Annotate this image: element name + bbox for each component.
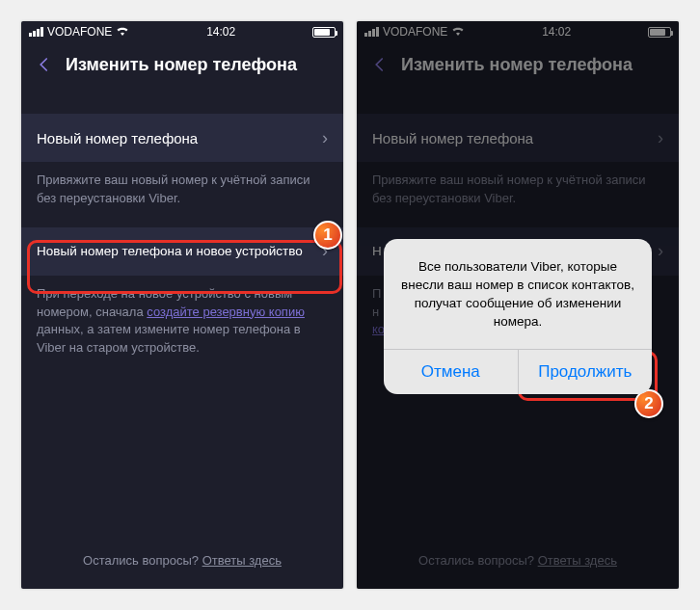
annotation-badge-1: 1 [313, 221, 342, 250]
backup-link[interactable]: создайте резервную копию [147, 305, 305, 319]
back-button[interactable] [33, 53, 56, 76]
option-new-number-device-label: Новый номер телефона и новое устройство [37, 244, 303, 258]
screenshot-left: VODAFONE 14:02 Изменить номер телефона Н… [21, 21, 343, 589]
option-new-number-device-desc: При переходе на новое устройство с новым… [21, 276, 343, 358]
footer-help-link[interactable]: Ответы здесь [202, 553, 282, 568]
option-new-number[interactable]: Новый номер телефона › [21, 114, 343, 162]
continue-button[interactable]: Продолжить [519, 350, 653, 394]
option-new-number-desc: Привяжите ваш новый номер к учётной запи… [21, 162, 343, 208]
carrier-label: VODAFONE [47, 25, 112, 39]
status-bar: VODAFONE 14:02 [21, 21, 343, 42]
chevron-right-icon: › [322, 128, 328, 148]
header: Изменить номер телефона [21, 42, 343, 87]
page-title: Изменить номер телефона [66, 55, 334, 75]
clock: 14:02 [206, 25, 235, 39]
option-new-number-label: Новый номер телефона [37, 130, 198, 146]
wifi-icon [116, 25, 129, 39]
alert-message: Все пользователи Viber, которые внесли в… [384, 239, 652, 349]
confirmation-alert: Все пользователи Viber, которые внесли в… [384, 239, 652, 394]
cancel-button[interactable]: Отмена [384, 350, 519, 394]
option-new-number-device[interactable]: Новый номер телефона и новое устройство … [21, 227, 343, 276]
footer: Остались вопросы? Ответы здесь [21, 553, 343, 568]
screenshot-right: VODAFONE 14:02 Изменить номер телефона Н… [357, 21, 679, 589]
battery-icon [312, 27, 336, 38]
signal-icon [29, 27, 43, 37]
